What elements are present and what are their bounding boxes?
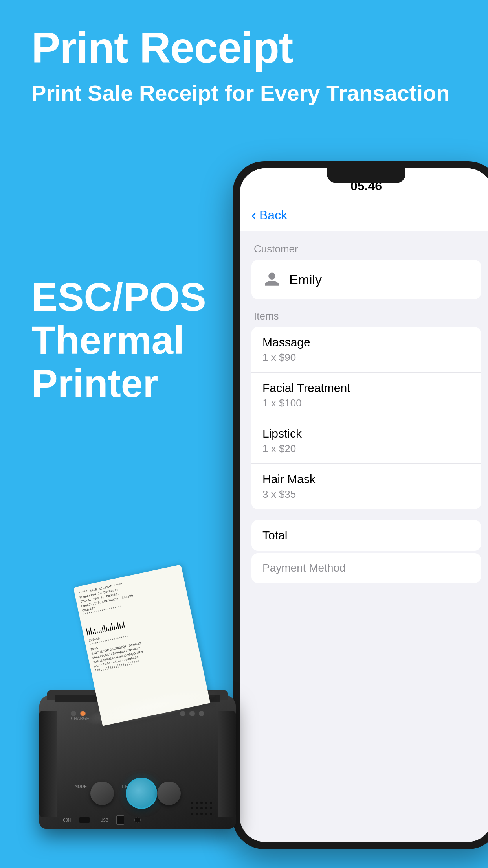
printer-button-left[interactable]: [90, 782, 114, 805]
item-name-0: Massage: [262, 336, 470, 349]
items-list: Massage 1 x $90 Facial Treatment 1 x $10…: [251, 327, 481, 509]
nav-bar: ‹ Back: [240, 200, 488, 231]
customer-name: Emily: [289, 272, 322, 287]
printer-side-right: [218, 711, 236, 817]
payment-label: Payment Method: [262, 562, 470, 574]
feature-section: ESC/POS Thermal Printer: [31, 275, 244, 405]
printer-port-com: [79, 817, 90, 823]
table-row: Facial Treatment 1 x $100: [251, 373, 481, 418]
feature-title: ESC/POS Thermal Printer: [31, 275, 244, 405]
printer-button-center[interactable]: [126, 778, 157, 809]
item-name-1: Facial Treatment: [262, 381, 470, 395]
table-row: Massage 1 x $90: [251, 327, 481, 373]
indicator-dot-1: [71, 711, 76, 716]
customer-icon: [262, 270, 281, 289]
printer-port-audio: [134, 817, 141, 823]
vent-hole: [196, 802, 198, 804]
item-detail-2: 1 x $20: [262, 443, 470, 455]
subtitle: Print Sale Receipt for Every Transaction: [31, 79, 457, 108]
item-detail-3: 3 x $35: [262, 488, 470, 500]
vent-hole: [196, 807, 198, 809]
item-name-2: Lipstick: [262, 427, 470, 440]
back-chevron-icon: ‹: [251, 207, 256, 224]
phone-mockup: 05.46 ‹ Back Customer: [233, 161, 488, 849]
vent-hole: [210, 802, 212, 804]
vent-hole: [191, 802, 193, 804]
printer-button-right[interactable]: [157, 782, 181, 805]
phone-frame: 05.46 ‹ Back Customer: [233, 161, 488, 849]
main-title: Print Receipt: [31, 24, 457, 71]
total-label: Total: [262, 529, 470, 542]
vent-row-1: [191, 802, 212, 804]
item-detail-0: 1 x $90: [262, 351, 470, 364]
feature-line3: Printer: [31, 361, 158, 405]
vent-hole: [205, 813, 207, 815]
phone-screen: 05.46 ‹ Back Customer: [240, 168, 488, 842]
usb-label: USB: [101, 818, 108, 823]
printer-illustration: ***** SALE RECEIPT ***** Supported 10 Ba…: [24, 593, 259, 829]
vent-hole: [200, 813, 203, 815]
vent-hole: [196, 813, 198, 815]
vent-hole: [205, 807, 207, 809]
printer-port-usb: [116, 815, 124, 825]
printer-ports: COM USB: [63, 815, 141, 825]
item-name-3: Hair Mask: [262, 473, 470, 486]
printer-side-left: [39, 711, 57, 817]
vent-hole: [200, 802, 203, 804]
table-row: Hair Mask 3 x $35: [251, 464, 481, 509]
vent-hole: [191, 813, 193, 815]
back-button[interactable]: ‹ Back: [251, 207, 287, 224]
feature-line1: ESC/POS: [31, 275, 206, 319]
mode-label: MODE: [75, 783, 87, 789]
content-area: Customer Emily Items Massage 1 x $90: [240, 231, 488, 595]
item-detail-1: 1 x $100: [262, 397, 470, 409]
vent-hole: [210, 807, 212, 809]
com-label: COM: [63, 818, 71, 823]
customer-section-label: Customer: [251, 243, 481, 255]
back-label: Back: [259, 208, 287, 223]
vent-hole: [210, 813, 212, 815]
vent-row-2: [191, 807, 212, 809]
top-section: Print Receipt Print Sale Receipt for Eve…: [31, 24, 457, 108]
vent-row-3: [191, 813, 212, 815]
vent-hole: [191, 807, 193, 809]
feature-line2: Thermal: [31, 318, 184, 362]
customer-card: Emily: [251, 260, 481, 299]
payment-section: Payment Method: [251, 553, 481, 583]
indicator-dot-5: [199, 711, 204, 716]
vent-hole: [200, 807, 203, 809]
table-row: Lipstick 1 x $20: [251, 418, 481, 464]
vent-hole: [205, 802, 207, 804]
items-section-label: Items: [251, 310, 481, 322]
printer-vents: [191, 802, 212, 815]
indicator-dot-4: [189, 711, 195, 716]
phone-notch: [327, 168, 405, 183]
total-section: Total: [251, 520, 481, 551]
